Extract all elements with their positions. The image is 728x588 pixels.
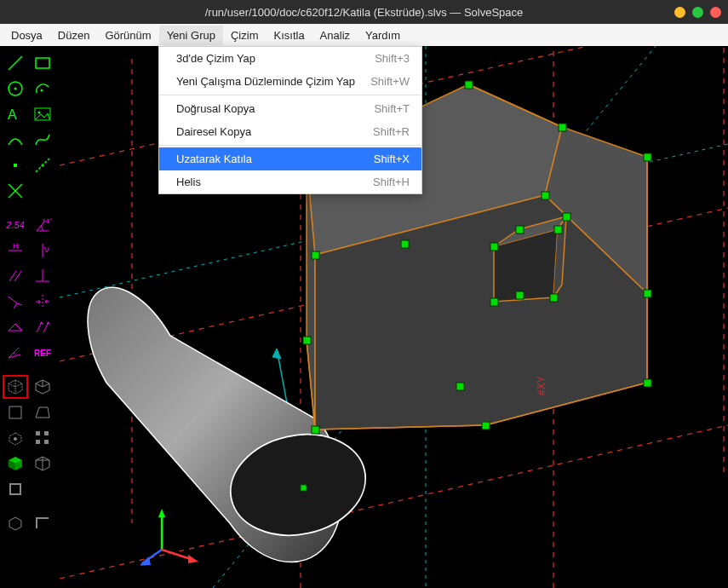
menu-gorunum[interactable]: Görünüm	[97, 26, 158, 45]
svg-rect-51	[542, 192, 549, 199]
menubar: Dosya Düzen Görünüm Yeni Grup Çizim Kısı…	[0, 24, 728, 46]
toolbar: A 2.54 74° H V REF	[0, 46, 60, 588]
tool-angle[interactable]: 74°	[30, 213, 55, 237]
tool-in-workplane[interactable]	[30, 511, 55, 535]
svg-point-3	[14, 88, 17, 90]
tool-edges[interactable]	[3, 477, 28, 501]
svg-point-4	[41, 89, 43, 92]
tool-horizontal[interactable]: H	[3, 239, 28, 262]
svg-rect-27	[44, 431, 49, 435]
tool-symmetric[interactable]	[30, 290, 55, 314]
workplane-label: #XY	[536, 376, 547, 395]
svg-rect-8	[14, 164, 17, 167]
titlebar: /run/user/1000/doc/c620f12/Katila (Ekstr…	[0, 0, 728, 24]
dd-item-3d[interactable]: 3d'de Çizim YapShift+3	[159, 47, 421, 70]
tool-nearest-iso[interactable]	[3, 375, 28, 399]
menu-yardim[interactable]: Yardım	[358, 26, 408, 45]
svg-rect-64	[550, 294, 558, 302]
menu-cizim[interactable]: Çizim	[223, 26, 267, 45]
svg-rect-26	[36, 431, 40, 435]
menu-duzen[interactable]: Düzen	[50, 26, 98, 45]
svg-text:74°: 74°	[42, 217, 52, 225]
svg-rect-58	[456, 383, 464, 390]
svg-line-0	[9, 56, 22, 70]
tool-show-hidden[interactable]	[3, 426, 28, 450]
tool-equal[interactable]	[3, 315, 28, 339]
tool-in-3d[interactable]	[3, 511, 28, 535]
svg-rect-59	[644, 290, 651, 297]
tool-perpendicular[interactable]	[30, 264, 55, 288]
svg-rect-49	[559, 124, 566, 131]
close-button[interactable]	[710, 7, 721, 18]
menu-yeni-grup[interactable]: Yeni Grup	[159, 26, 223, 45]
tool-tangent-arc[interactable]	[3, 128, 28, 152]
tool-point[interactable]	[3, 153, 28, 177]
menu-dosya[interactable]: Dosya	[3, 26, 50, 45]
dd-item-linear[interactable]: Doğrusal KopyaShift+T	[159, 97, 421, 120]
tool-construction[interactable]	[30, 153, 55, 177]
svg-rect-67	[516, 291, 524, 299]
axis-gizmo	[140, 507, 200, 567]
tool-vertical[interactable]: V	[30, 239, 55, 262]
svg-marker-73	[140, 556, 151, 566]
svg-rect-61	[490, 243, 498, 251]
svg-text:H: H	[13, 242, 19, 251]
tool-image[interactable]	[30, 102, 55, 126]
tool-reference[interactable]: REF	[30, 341, 55, 365]
tool-wireframe[interactable]	[30, 452, 55, 476]
maximize-button[interactable]	[692, 7, 703, 18]
svg-rect-56	[401, 240, 409, 248]
tool-shaded[interactable]	[3, 452, 28, 476]
svg-rect-24	[9, 406, 21, 418]
svg-point-7	[38, 112, 41, 114]
window-controls	[674, 7, 721, 18]
tool-coincident[interactable]	[3, 290, 28, 314]
dd-item-extrude[interactable]: Uzatarak KatılaShift+X	[159, 147, 421, 170]
dd-separator	[159, 95, 421, 95]
svg-marker-71	[188, 555, 198, 563]
tool-arc[interactable]	[30, 77, 55, 101]
tool-text[interactable]: A	[3, 102, 28, 126]
dd-item-helix[interactable]: HelisShift+H	[159, 170, 421, 193]
svg-rect-66	[516, 226, 524, 233]
tool-workplane-normal[interactable]	[3, 401, 28, 424]
tool-bezier[interactable]	[30, 128, 55, 152]
tool-show-exploded[interactable]	[30, 426, 55, 450]
dd-item-circular[interactable]: Dairesel KopyaShift+R	[159, 120, 421, 143]
svg-rect-29	[44, 440, 49, 444]
tool-circle[interactable]	[3, 77, 28, 101]
svg-text:V: V	[44, 245, 49, 254]
dd-separator	[159, 145, 421, 146]
svg-rect-63	[563, 213, 570, 221]
svg-rect-62	[554, 226, 562, 233]
svg-rect-1	[36, 58, 49, 68]
tool-perspective[interactable]	[30, 401, 55, 424]
tool-nearest-ortho[interactable]	[30, 375, 55, 399]
tool-parallel[interactable]	[3, 264, 28, 288]
svg-point-25	[14, 437, 17, 441]
svg-marker-69	[158, 509, 165, 517]
tool-rect[interactable]	[30, 51, 55, 75]
tool-same-orientation[interactable]	[30, 315, 55, 339]
svg-rect-55	[312, 426, 319, 434]
svg-rect-28	[36, 440, 40, 444]
tool-line[interactable]	[3, 51, 28, 75]
svg-rect-48	[465, 81, 473, 89]
minimize-button[interactable]	[674, 7, 685, 18]
window-title: /run/user/1000/doc/c620f12/Katila (Ekstr…	[205, 6, 524, 19]
svg-rect-57	[482, 422, 490, 429]
menu-analiz[interactable]: Analiz	[312, 26, 358, 45]
svg-rect-60	[644, 379, 651, 387]
dd-item-workplane[interactable]: Yeni Çalışma Düzleminde Çizim YapShift+W	[159, 70, 421, 93]
tool-distance[interactable]: 2.54	[3, 213, 28, 237]
tool-split[interactable]	[3, 179, 28, 203]
svg-marker-41	[272, 349, 281, 359]
svg-rect-43	[301, 485, 307, 491]
svg-text:A: A	[8, 107, 17, 122]
tool-other-angle[interactable]	[3, 341, 28, 365]
svg-rect-65	[490, 298, 498, 306]
dropdown-yeni-grup: 3d'de Çizim YapShift+3 Yeni Çalışma Düzl…	[158, 46, 422, 194]
menu-kisitla[interactable]: Kısıtla	[266, 26, 312, 45]
svg-rect-52	[312, 251, 319, 259]
svg-point-10	[42, 164, 44, 167]
